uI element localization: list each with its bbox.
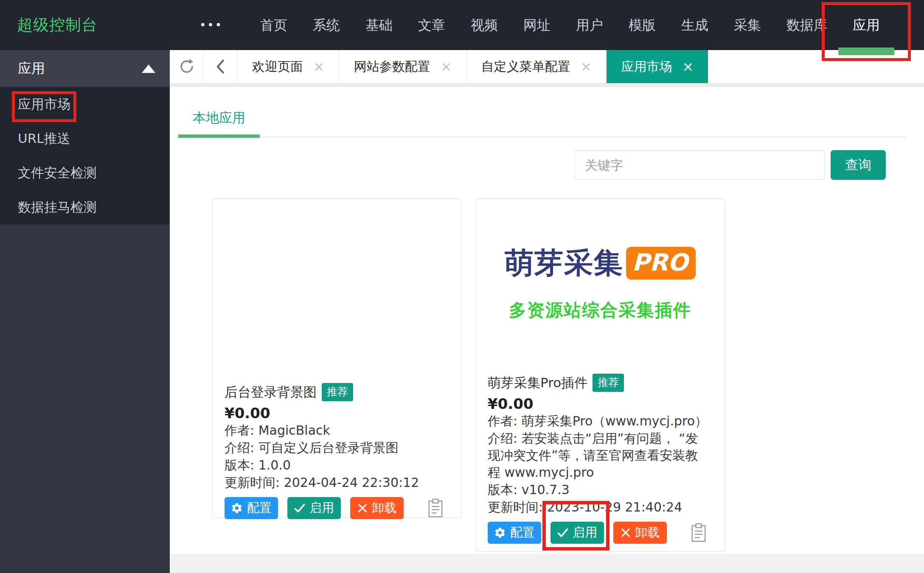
app-author: 作者: MagicBlack bbox=[225, 422, 449, 439]
nav-item-system[interactable]: 系统 bbox=[300, 0, 353, 50]
check-icon bbox=[294, 503, 305, 513]
app-version: 版本: v10.7.3 bbox=[488, 481, 713, 498]
tab-custom-menu[interactable]: 自定义菜单配置 × bbox=[467, 50, 607, 83]
recommended-badge: 推荐 bbox=[322, 383, 353, 401]
nav-item-template[interactable]: 模版 bbox=[616, 0, 668, 50]
topbar: 超级控制台 ••• 首页 系统 基础 文章 视频 网址 用户 模版 生成 采集 … bbox=[0, 0, 924, 50]
logo-pro-tag: PRO bbox=[626, 247, 696, 280]
configure-button[interactable]: 配置 bbox=[488, 522, 541, 544]
nav-item-generate[interactable]: 生成 bbox=[668, 0, 721, 50]
scroll-tabs-left-button[interactable] bbox=[204, 50, 238, 83]
copy-info-button[interactable] bbox=[691, 523, 707, 542]
tab-local-apps-underline bbox=[178, 134, 260, 138]
app-logo: 超级控制台 bbox=[17, 14, 98, 36]
sidebar-group-label: 应用 bbox=[18, 59, 45, 78]
app-intro: 介绍: 可自定义后台登录背景图 bbox=[225, 439, 449, 456]
app-card-login-background: 后台登录背景图 推荐 ¥0.00 作者: MagicBlack 介绍: 可自定义… bbox=[212, 198, 462, 518]
app-updated-time: 更新时间: 2024-04-24 22:30:12 bbox=[225, 474, 449, 491]
close-icon[interactable]: × bbox=[313, 60, 325, 73]
refresh-icon bbox=[178, 58, 196, 75]
gear-icon bbox=[231, 502, 243, 514]
configure-button[interactable]: 配置 bbox=[225, 497, 278, 519]
sidebar: 应用 应用市场 URL推送 文件安全检测 数据挂马检测 bbox=[0, 50, 170, 573]
app-cards: 后台登录背景图 推荐 ¥0.00 作者: MagicBlack 介绍: 可自定义… bbox=[212, 198, 725, 552]
app-title: 萌芽采集Pro插件 bbox=[488, 374, 587, 392]
nav-item-user[interactable]: 用户 bbox=[563, 0, 616, 50]
app-card-mengya-collector: 萌芽采集 PRO 多资源站综合采集插件 萌芽采集Pro插件 推荐 ¥0.00 作… bbox=[475, 198, 725, 552]
uninstall-button[interactable]: 卸载 bbox=[613, 522, 667, 544]
top-navigation: 首页 系统 基础 文章 视频 网址 用户 模版 生成 采集 数据库 应用 bbox=[247, 0, 893, 50]
more-menu-icon[interactable]: ••• bbox=[199, 19, 223, 31]
search-button[interactable]: 查询 bbox=[831, 150, 886, 180]
tab-site-params[interactable]: 网站参数配置 × bbox=[340, 50, 467, 83]
tab-label: 欢迎页面 bbox=[252, 58, 303, 75]
x-icon bbox=[357, 503, 368, 513]
gear-icon bbox=[494, 527, 506, 539]
refresh-button[interactable] bbox=[170, 50, 204, 83]
clipboard-icon bbox=[691, 523, 707, 542]
enable-button[interactable]: 启用 bbox=[550, 522, 604, 544]
clipboard-icon bbox=[427, 498, 444, 518]
nav-item-database[interactable]: 数据库 bbox=[774, 0, 840, 50]
sidebar-item-file-security[interactable]: 文件安全检测 bbox=[0, 156, 170, 190]
tab-welcome-page[interactable]: 欢迎页面 × bbox=[238, 50, 340, 83]
tabbar-separator bbox=[170, 84, 924, 87]
tab-label: 网站参数配置 bbox=[354, 58, 430, 75]
logo-subtitle-text: 多资源站综合采集插件 bbox=[509, 299, 691, 322]
uninstall-button[interactable]: 卸载 bbox=[350, 497, 404, 519]
nav-item-article[interactable]: 文章 bbox=[405, 0, 458, 50]
app-price: ¥0.00 bbox=[488, 395, 713, 412]
app-updated-time: 更新时间: 2023-10-29 21:40:24 bbox=[488, 499, 713, 516]
sidebar-menu: 应用市场 URL推送 文件安全检测 数据挂马检测 bbox=[0, 87, 170, 224]
app-title: 后台登录背景图 bbox=[225, 383, 317, 401]
nav-item-video[interactable]: 视频 bbox=[458, 0, 511, 50]
sidebar-item-app-market[interactable]: 应用市场 bbox=[0, 87, 170, 121]
logo-name-text: 萌芽采集 bbox=[505, 244, 623, 282]
nav-item-basic[interactable]: 基础 bbox=[353, 0, 405, 50]
app-card-image-placeholder bbox=[225, 199, 449, 380]
app-author: 作者: 萌芽采集Pro（www.mycj.pro） bbox=[488, 413, 713, 430]
sidebar-item-db-trojan[interactable]: 数据挂马检测 bbox=[0, 190, 170, 224]
check-icon bbox=[557, 528, 568, 538]
close-icon[interactable]: × bbox=[581, 60, 592, 73]
x-icon bbox=[621, 528, 631, 538]
close-icon[interactable]: × bbox=[682, 60, 694, 73]
collapse-up-icon[interactable] bbox=[142, 64, 155, 73]
recommended-badge: 推荐 bbox=[593, 374, 624, 392]
nav-item-url[interactable]: 网址 bbox=[511, 0, 563, 50]
app-version: 版本: 1.0.0 bbox=[225, 457, 449, 474]
tab-label: 自定义菜单配置 bbox=[481, 58, 570, 75]
app-intro: 介绍: 若安装点击“启用”有问题， “发现冲突文件”等，请至官网查看安装教程 w… bbox=[488, 430, 710, 481]
search-input[interactable] bbox=[574, 150, 825, 180]
close-icon[interactable]: × bbox=[441, 60, 452, 73]
nav-item-collect[interactable]: 采集 bbox=[721, 0, 774, 50]
bottom-background-strip bbox=[170, 554, 924, 573]
search-bar: 查询 bbox=[574, 150, 886, 180]
open-tabs-bar: 欢迎页面 × 网站参数配置 × 自定义菜单配置 × 应用市场 × bbox=[170, 50, 924, 84]
chevron-left-icon bbox=[213, 58, 228, 75]
copy-info-button[interactable] bbox=[427, 498, 444, 518]
main-content: 本地应用 查询 后台登录背景图 推荐 ¥0.00 作者: MagicBlack … bbox=[170, 87, 924, 554]
app-price: ¥0.00 bbox=[225, 405, 449, 422]
nav-item-app-active[interactable]: 应用 bbox=[840, 0, 893, 50]
sidebar-item-url-push[interactable]: URL推送 bbox=[0, 121, 170, 156]
app-logo-image: 萌芽采集 PRO 多资源站综合采集插件 bbox=[488, 199, 713, 326]
tab-app-market-active[interactable]: 应用市场 × bbox=[607, 50, 708, 83]
tab-local-apps[interactable]: 本地应用 bbox=[178, 109, 260, 127]
nav-item-home[interactable]: 首页 bbox=[247, 0, 300, 50]
tabs-hairline bbox=[178, 137, 906, 137]
tab-label: 应用市场 bbox=[621, 58, 672, 75]
sidebar-group-app[interactable]: 应用 bbox=[0, 50, 170, 87]
enable-button[interactable]: 启用 bbox=[287, 497, 341, 519]
